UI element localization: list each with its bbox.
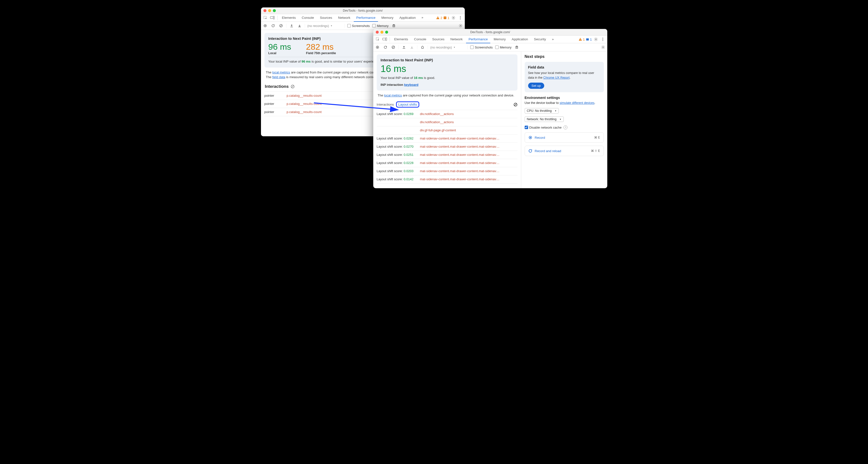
home-icon[interactable] — [420, 44, 425, 50]
svg-point-12 — [460, 19, 461, 20]
device-toolbar-icon[interactable] — [269, 15, 275, 21]
layout-shift-row[interactable]: Layout shift score: 0.0269div.notificati… — [377, 110, 518, 118]
svg-point-27 — [602, 39, 603, 40]
tab-security[interactable]: Security — [531, 35, 549, 43]
layout-shift-row[interactable]: Layout shift score: 0.0228mat-sidenav-co… — [377, 159, 518, 167]
svg-rect-21 — [385, 38, 387, 41]
simulate-devices-link[interactable]: simulate different devices — [560, 101, 594, 104]
screenshots-checkbox[interactable]: Screenshots — [347, 24, 370, 28]
inspect-icon[interactable] — [375, 36, 381, 42]
tab-network[interactable]: Network — [336, 14, 353, 22]
recordings-dropdown[interactable]: (no recordings) ▼ — [430, 45, 465, 49]
clear-icon[interactable] — [291, 85, 294, 89]
svg-point-10 — [460, 16, 461, 17]
clear-icon[interactable] — [278, 23, 284, 28]
memory-checkbox[interactable]: Memory — [372, 24, 389, 28]
disable-cache-checkbox[interactable]: Disable network cache — [525, 126, 562, 129]
reload-icon[interactable] — [383, 44, 388, 50]
inp-local-value: 16 ms — [381, 64, 406, 73]
network-throttling-select[interactable]: Network: No throttling▼ — [525, 117, 564, 122]
interaction-type: pointer — [265, 102, 287, 105]
tab-memory[interactable]: Memory — [379, 14, 396, 22]
subtabs: Interactions Layout shifts — [377, 101, 518, 108]
layout-shift-target: mat-sidenav-content.mat-drawer-content.m… — [420, 145, 518, 148]
inp-field-label: Field 75th percentile — [306, 52, 336, 55]
layout-shift-row[interactable]: Layout shift score: 0.0270mat-sidenav-co… — [377, 143, 518, 151]
svg-rect-8 — [445, 18, 445, 19]
tab-network[interactable]: Network — [448, 35, 465, 43]
memory-checkbox[interactable]: Memory — [495, 45, 512, 49]
kebab-menu-icon[interactable] — [457, 15, 463, 21]
layout-shift-row[interactable]: div.gf-full-page.gf-content — [377, 126, 518, 134]
inspect-icon[interactable] — [262, 15, 269, 21]
inp-description: Your local INP value of 16 ms is good. — [381, 75, 514, 81]
tab-interactions[interactable]: Interactions — [377, 103, 394, 106]
panel-tabs: ElementsConsoleSourcesNetworkPerformance… — [373, 36, 607, 43]
devtools-window-b: DevTools - fonts.google.com/ ElementsCon… — [373, 29, 607, 188]
field-data-link[interactable]: field data — [272, 75, 285, 79]
layout-shift-row[interactable]: Layout shift score: 0.0203mat-sidenav-co… — [377, 167, 518, 175]
layout-shift-row[interactable]: Layout shift score: 0.0282mat-sidenav-co… — [377, 134, 518, 143]
record-icon[interactable] — [375, 44, 380, 50]
layout-shift-target: div.gf-full-page.gf-content — [420, 128, 518, 132]
tab-elements[interactable]: Elements — [392, 35, 411, 43]
download-icon[interactable] — [297, 23, 302, 28]
layout-shift-row[interactable]: Layout shift score: 0.0142mat-sidenav-co… — [377, 175, 518, 184]
svg-point-33 — [602, 47, 603, 48]
tab-sources[interactable]: Sources — [317, 14, 335, 22]
upload-icon[interactable] — [401, 44, 407, 50]
help-icon[interactable]: ? — [563, 125, 567, 129]
warnings-badge[interactable]: 1 — [579, 38, 585, 41]
panel-settings-icon[interactable] — [600, 44, 606, 50]
kebab-menu-icon[interactable] — [600, 36, 606, 42]
tab-console[interactable]: Console — [299, 14, 317, 22]
tab-performance[interactable]: Performance — [354, 14, 378, 22]
more-tabs-button[interactable]: » — [419, 14, 427, 22]
garbage-collect-icon[interactable] — [391, 23, 397, 28]
record-action-card[interactable]: Record ⌘ E — [525, 132, 604, 143]
svg-point-28 — [602, 40, 603, 41]
info-badge[interactable]: 1 — [586, 38, 592, 41]
tab-layout-shifts[interactable]: Layout shifts — [398, 103, 417, 106]
local-metrics-link[interactable]: local metrics — [272, 70, 290, 74]
clear-icon[interactable] — [514, 103, 518, 106]
tab-application[interactable]: Application — [509, 35, 530, 43]
tab-memory[interactable]: Memory — [491, 35, 508, 43]
inp-interaction-type-link[interactable]: keyboard — [404, 83, 418, 87]
reload-icon[interactable] — [270, 23, 276, 28]
recordings-dropdown[interactable]: (no recordings) ▼ — [308, 24, 342, 28]
svg-point-25 — [595, 39, 596, 40]
field-data-card: Field data See how your local metrics co… — [525, 62, 604, 92]
screenshots-checkbox[interactable]: Screenshots — [470, 45, 493, 49]
tab-elements[interactable]: Elements — [280, 14, 298, 22]
more-tabs-button[interactable]: » — [549, 35, 556, 43]
tab-application[interactable]: Application — [397, 14, 418, 22]
environment-settings: Environment settings Use the device tool… — [525, 96, 604, 130]
settings-icon[interactable] — [451, 15, 456, 21]
record-icon[interactable] — [262, 23, 268, 28]
device-toolbar-icon[interactable] — [382, 36, 388, 42]
panel-settings-icon[interactable] — [458, 23, 463, 28]
tab-sources[interactable]: Sources — [430, 35, 447, 43]
tab-console[interactable]: Console — [412, 35, 429, 43]
layout-shift-target: mat-sidenav-content.mat-drawer-content.m… — [420, 177, 518, 181]
settings-icon[interactable] — [593, 36, 599, 42]
cpu-throttling-select[interactable]: CPU: No throttling▼ — [525, 108, 559, 114]
clear-icon[interactable] — [391, 44, 396, 50]
local-metrics-link[interactable]: local metrics — [384, 93, 402, 97]
setup-button[interactable]: Set up — [528, 83, 545, 89]
layout-shift-row[interactable]: Layout shift score: 0.0251mat-sidenav-co… — [377, 151, 518, 159]
perf-toolbar: (no recordings) ▼ Screenshots Memory — [373, 43, 607, 52]
warnings-badge[interactable]: 2 — [436, 16, 442, 20]
crux-report-link[interactable]: Chrome UX Report — [543, 76, 569, 80]
garbage-collect-icon[interactable] — [514, 44, 520, 50]
inp-interaction-label: INP interaction — [381, 83, 404, 87]
inp-local-label: Local — [269, 52, 291, 55]
record-reload-action-card[interactable]: Record and reload ⌘ ⇧ E — [525, 146, 604, 156]
issues-badge[interactable]: 1 — [443, 16, 450, 20]
layout-shift-row[interactable]: div.notification__actions — [377, 118, 518, 126]
layout-shift-score: Layout shift score: 0.0270 — [377, 145, 420, 148]
svg-point-30 — [377, 47, 378, 48]
upload-icon[interactable] — [289, 23, 294, 28]
tab-performance[interactable]: Performance — [466, 35, 490, 43]
